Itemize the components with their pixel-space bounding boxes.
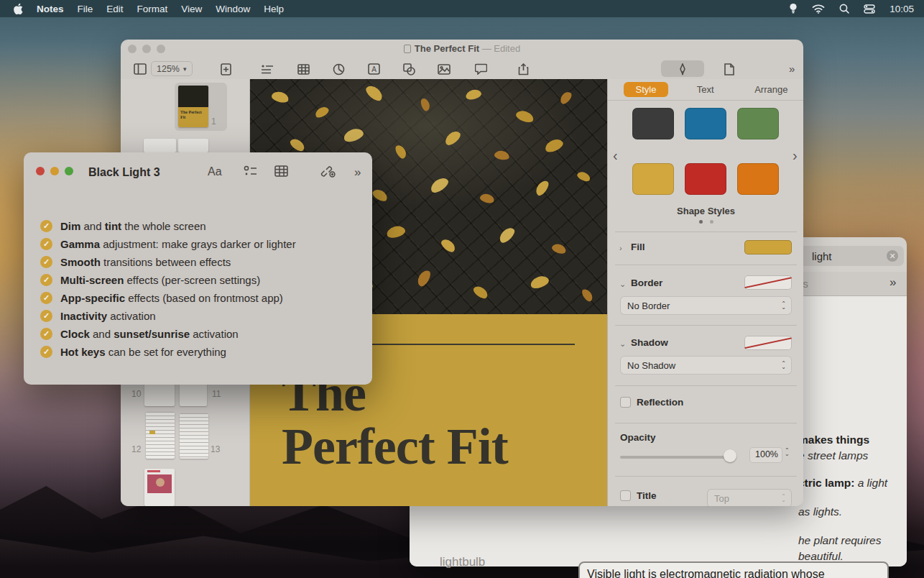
add-page-icon[interactable] — [218, 61, 234, 77]
checklist-item[interactable]: ✓App-specific effects (based on frontmos… — [40, 289, 296, 307]
comment-icon[interactable] — [473, 61, 489, 77]
search-icon[interactable] — [839, 4, 849, 14]
checked-circle-icon[interactable]: ✓ — [40, 220, 52, 232]
page-thumbnail[interactable] — [144, 139, 176, 152]
fill-disclosure-icon[interactable]: › — [619, 244, 622, 252]
shape-style-swatch-4[interactable] — [632, 163, 674, 195]
opacity-slider-track[interactable] — [620, 456, 735, 459]
checked-circle-icon[interactable]: ✓ — [40, 328, 52, 340]
zoom-control[interactable]: 125%▾ — [151, 61, 193, 76]
checked-circle-icon[interactable]: ✓ — [40, 256, 52, 268]
format-brush-icon[interactable] — [675, 61, 690, 77]
opacity-value[interactable]: 100% — [749, 447, 782, 463]
opacity-slider-knob[interactable] — [724, 449, 736, 462]
page-thumbnail[interactable] — [146, 412, 175, 459]
outline-icon[interactable] — [259, 61, 275, 77]
chart-icon[interactable] — [331, 61, 346, 77]
menu-app-name[interactable]: Notes — [37, 4, 64, 14]
checklist-item[interactable]: ✓Smooth transitions between effects — [40, 253, 296, 271]
black-light-note-window[interactable]: Black Light 3 Aa » ✓Dim and tint the who… — [24, 152, 372, 385]
note-body[interactable]: Visible light is electromagnetic radiati… — [578, 561, 889, 578]
checklist-item[interactable]: ✓Dim and tint the whole screen — [40, 217, 296, 235]
tab-text[interactable]: Text — [673, 84, 739, 95]
lightbulb-icon[interactable] — [789, 3, 798, 14]
control-center-icon[interactable] — [864, 4, 875, 14]
shape-style-swatch-6[interactable] — [737, 163, 779, 195]
feature-checklist[interactable]: ✓Dim and tint the whole screen✓Gamma adj… — [40, 217, 296, 361]
checked-circle-icon[interactable]: ✓ — [40, 292, 52, 304]
border-disclosure-icon[interactable]: ⌄ — [619, 280, 626, 289]
menu-clock[interactable]: 10:05 — [890, 4, 914, 14]
format-tabs: Style Text Arrange — [608, 79, 803, 101]
swatch-prev-icon[interactable]: ‹ — [613, 147, 618, 164]
shadow-style-select[interactable]: No Shadow ⌃⌄ — [620, 356, 792, 375]
textbox-icon[interactable]: A — [366, 61, 382, 77]
media-icon[interactable] — [436, 61, 452, 77]
checklist-icon[interactable] — [244, 165, 258, 177]
shape-style-swatch-2[interactable] — [685, 108, 726, 139]
shape-style-swatch-5[interactable] — [685, 163, 726, 195]
minimize-button[interactable] — [50, 167, 59, 175]
opacity-stepper-icon[interactable]: ⌃⌄ — [785, 449, 790, 456]
page-thumbnail[interactable]: The Perfect Fit — [178, 86, 208, 127]
checklist-item[interactable]: ✓Clock and sunset/sunrise activation — [40, 325, 296, 343]
shape-icon[interactable] — [401, 61, 417, 77]
shadow-color-well[interactable] — [744, 336, 792, 350]
reflection-label: Reflection — [637, 397, 683, 408]
title-checkbox[interactable] — [620, 490, 631, 501]
table-icon[interactable] — [295, 61, 311, 77]
border-color-well[interactable] — [744, 275, 792, 290]
menu-item-window[interactable]: Window — [216, 4, 250, 14]
desktop: light ✕ is » makes thingse street lampsc… — [0, 0, 924, 578]
page-thumbnail[interactable] — [144, 383, 175, 406]
search-result-item[interactable]: lightbulb — [440, 555, 485, 569]
fill-color-well[interactable] — [744, 240, 792, 254]
shape-style-swatch-3[interactable] — [737, 108, 779, 139]
close-button[interactable] — [36, 167, 45, 175]
checked-circle-icon[interactable]: ✓ — [40, 238, 52, 250]
add-link-icon[interactable] — [320, 165, 336, 178]
menu-item-help[interactable]: Help — [264, 4, 284, 14]
checked-circle-icon[interactable]: ✓ — [40, 274, 52, 286]
format-text-icon[interactable]: Aa — [208, 165, 222, 178]
title-label: Title — [637, 490, 657, 501]
shape-style-swatch-1[interactable] — [632, 108, 674, 139]
tab-style[interactable]: Style — [624, 82, 668, 97]
share-icon[interactable] — [515, 61, 531, 77]
checked-circle-icon[interactable]: ✓ — [40, 346, 52, 358]
chevron-more-icon[interactable]: » — [890, 275, 896, 290]
swatch-next-icon[interactable]: › — [793, 147, 798, 164]
apple-icon[interactable] — [14, 4, 23, 14]
checklist-item[interactable]: ✓Gamma adjustment: make grays darker or … — [40, 235, 296, 253]
menu-item-format[interactable]: Format — [137, 4, 168, 14]
toolbar-more-icon[interactable]: » — [789, 63, 795, 75]
leaf-shape — [479, 193, 495, 205]
more-icon[interactable]: » — [354, 165, 361, 180]
page-thumbnail[interactable] — [180, 383, 207, 406]
view-icon[interactable] — [132, 61, 148, 77]
leaf-shape — [394, 143, 408, 160]
shadow-disclosure-icon[interactable]: ⌄ — [619, 339, 626, 349]
search-input[interactable]: light ✕ — [796, 246, 904, 266]
document-icon[interactable] — [721, 61, 737, 77]
reflection-checkbox[interactable] — [620, 397, 631, 408]
checklist-item[interactable]: ✓Multi-screen effects (per-screen settin… — [40, 271, 296, 289]
checklist-item[interactable]: ✓Hot keys can be set for everything — [40, 343, 296, 361]
checked-circle-icon[interactable]: ✓ — [40, 310, 52, 322]
checklist-item[interactable]: ✓Inactivity activation — [40, 307, 296, 325]
page-thumbnail[interactable] — [144, 469, 175, 506]
clear-icon[interactable]: ✕ — [887, 250, 898, 262]
page-thumbnail[interactable] — [178, 139, 208, 152]
menu-item-file[interactable]: File — [78, 4, 93, 14]
menu-item-edit[interactable]: Edit — [106, 4, 123, 14]
table-icon[interactable] — [274, 165, 288, 177]
title-position-select[interactable]: Top ⌃⌄ — [707, 489, 792, 506]
menu-item-view[interactable]: View — [181, 4, 202, 14]
border-style-select[interactable]: No Border ⌃⌄ — [620, 296, 792, 315]
swatch-page-dots[interactable] — [608, 220, 803, 224]
page-thumbnail[interactable] — [180, 413, 208, 459]
wifi-icon[interactable] — [812, 4, 825, 14]
zoom-button[interactable] — [65, 167, 73, 175]
tab-arrange[interactable]: Arrange — [739, 84, 804, 95]
traffic-lights[interactable] — [36, 167, 73, 175]
